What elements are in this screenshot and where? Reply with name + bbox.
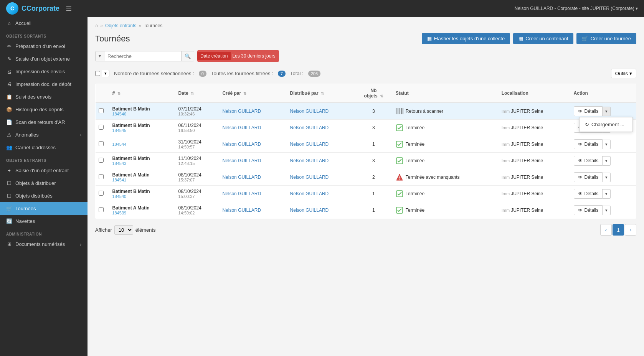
row-checkbox-cell [96,169,109,186]
search-input[interactable] [104,51,181,61]
header-buttons: ▦ Flasher les objets d'une collecte ▦ Cr… [422,33,636,44]
select-dropdown-button[interactable]: ▾ [102,70,109,77]
sidebar-item-historique[interactable]: 📦 Historique des dépôts [0,103,88,116]
flash-button[interactable]: ▦ Flasher les objets d'une collecte [422,33,510,44]
action-dropdown-button[interactable]: ▾ [603,140,611,149]
sidebar-item-impression-depot[interactable]: 🖨 Impression doc. de dépôt [0,78,88,91]
row-checkbox-cell [96,153,109,169]
row-distribue-par-cell: Nelson GUILLARD [287,186,355,202]
distribue-par-link[interactable]: Nelson GUILLARD [290,191,329,196]
sidebar-item-accueil[interactable]: ⌂ Accueil [0,17,88,30]
distribue-par-link[interactable]: Nelson GUILLARD [290,175,329,180]
cree-par-link[interactable]: Nelson GUILLARD [222,142,261,147]
sidebar-item-carnet[interactable]: 👥 Carnet d'adresses [0,141,88,154]
creer-contenant-button[interactable]: ▦ Créer un contenant [513,33,573,44]
chargement-menu-item[interactable]: ↻ Chargement ... [580,119,632,130]
breadcrumb-home-icon[interactable]: ⌂ [95,23,98,28]
localisation-value: JUPITER Seine [511,175,543,180]
creer-tournee-button[interactable]: 🛒 Créer une tournée [576,33,636,44]
col-date[interactable]: Date ⇅ [175,84,220,103]
filter-input-group: ▾ 🔍 [95,51,194,61]
distribue-par-link[interactable]: Nelson GUILLARD [290,142,329,147]
sidebar-item-label: Documents numérisés [15,241,65,247]
pagination: ‹ 1 › [600,224,636,236]
details-button[interactable]: 👁 Détails [574,139,603,149]
cree-par-link[interactable]: Nelson GUILLARD [222,191,261,196]
sidebar-item-label: Tournées [15,206,36,211]
cart2-icon: 🛒 [582,36,588,41]
dropdown-menu: ↻ Chargement ... [579,117,633,132]
row-checkbox[interactable] [99,207,104,212]
prev-page-button[interactable]: ‹ [600,224,612,236]
sidebar-item-objets-distribues[interactable]: ☐ Objets distribués [0,190,88,202]
cree-par-link[interactable]: Nelson GUILLARD [222,158,261,163]
row-checkbox[interactable] [99,158,104,163]
sidebar-item-impression-envois[interactable]: 🖨 Impression des envois [0,65,88,78]
details-button[interactable]: 👁 Détails [574,189,603,199]
sidebar-item-scan[interactable]: 📄 Scan des retours d'AR [0,116,88,129]
cree-par-link[interactable]: Nelson GUILLARD [222,175,261,180]
col-distribue-par[interactable]: Distribué par ⇅ [287,84,355,103]
sidebar-item-saisie-entrant[interactable]: + Saisie d'un objet entrant [0,164,88,177]
localisation-value: JUPITER Seine [511,191,543,196]
cree-par-link[interactable]: Nelson GUILLARD [222,125,261,130]
row-checkbox[interactable] [99,125,104,130]
distribue-par-link[interactable]: Nelson GUILLARD [290,125,329,130]
row-action-cell: 👁 Détails ▾ [571,186,636,202]
status-label: Terminée avec manquants [406,175,460,180]
row-nb-objets-cell: 1 [355,136,393,153]
navbar-title: CCorporate [21,5,59,13]
row-checkbox[interactable] [99,191,104,196]
row-checkbox[interactable] [99,108,104,113]
sidebar-item-tournees[interactable]: 🛒 Tournées [0,202,88,215]
sidebar-item-documents[interactable]: ⊞ Documents numérisés › [0,238,88,251]
page-1-button[interactable]: 1 [613,224,624,236]
selected-label: Nombre de tournées sélectionnées : [114,71,194,76]
active-filter-tag[interactable]: Date création Les 30 derniers jours [197,50,279,62]
page-title: Tournées [95,34,130,44]
action-dropdown-button[interactable]: ▾ [603,156,611,166]
row-cree-par-cell: Nelson GUILLARD [219,136,287,153]
col-nb-objets[interactable]: Nbobjets ⇅ [355,84,393,103]
row-nb-objets-cell: 2 [355,169,393,186]
docs-icon: ⊞ [6,241,12,247]
row-checkbox[interactable] [99,174,104,179]
select-all-checkbox[interactable] [95,71,100,76]
action-dropdown-button[interactable]: ▾ [603,107,611,116]
sidebar-item-preparation[interactable]: ✏ Préparation d'un envoi [0,40,88,53]
details-button[interactable]: 👁 Détails [574,106,603,116]
action-dropdown-button[interactable]: ▾ [603,173,611,182]
next-page-button[interactable]: › [625,224,636,236]
distribue-par-link[interactable]: Nelson GUILLARD [290,208,329,213]
details-button[interactable]: 👁 Détails [574,205,603,215]
row-nb-objets-cell: 1 [355,186,393,202]
details-button[interactable]: 👁 Détails [574,172,603,182]
col-num[interactable]: # ⇅ [109,84,175,103]
action-dropdown-button[interactable]: ▾ [603,206,611,215]
col-check [96,84,109,103]
breadcrumb-objets-entrants[interactable]: Objets entrants [105,23,136,28]
status-icon: ! [396,173,403,181]
sidebar-item-anomalies[interactable]: ⚠ Anomalies › [0,129,88,141]
outils-button[interactable]: Outils ▾ [611,69,636,78]
sidebar-item-objets-distribuer[interactable]: ☐ Objets à distribuer [0,177,88,190]
warning-icon: ⚠ [6,132,12,138]
distribue-par-link[interactable]: Nelson GUILLARD [290,158,329,163]
search-button[interactable]: 🔍 [181,51,194,61]
sidebar-item-saisie-externe[interactable]: ✎ Saisie d'un objet externe [0,53,88,65]
filter-toggle-button[interactable]: ▾ [96,51,104,61]
col-statut: Statut [393,84,499,103]
details-button[interactable]: 👁 Détails [574,156,603,166]
status-label: Terminée [406,208,424,213]
per-page-select[interactable]: 10 25 50 [114,225,133,235]
cree-par-link[interactable]: Nelson GUILLARD [222,208,261,213]
distribue-par-link[interactable]: Nelson GUILLARD [290,109,329,114]
action-dropdown-button[interactable]: ▾ [603,189,611,199]
col-cree-par[interactable]: Créé par ⇅ [219,84,287,103]
hamburger-icon[interactable]: ☰ [66,4,72,13]
sidebar-item-navettes[interactable]: 🔄 Navettes [0,215,88,227]
cree-par-link[interactable]: Nelson GUILLARD [222,109,261,114]
sidebar-item-suivi[interactable]: 📋 Suivi des envois [0,91,88,103]
row-checkbox[interactable] [99,141,104,146]
row-distribue-par-cell: Nelson GUILLARD [287,103,355,120]
